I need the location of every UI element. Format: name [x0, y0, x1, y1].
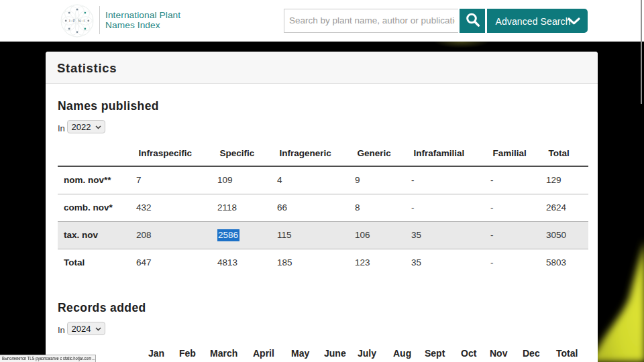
svg-text:I·P·N·I: I·P·N·I: [69, 19, 85, 23]
